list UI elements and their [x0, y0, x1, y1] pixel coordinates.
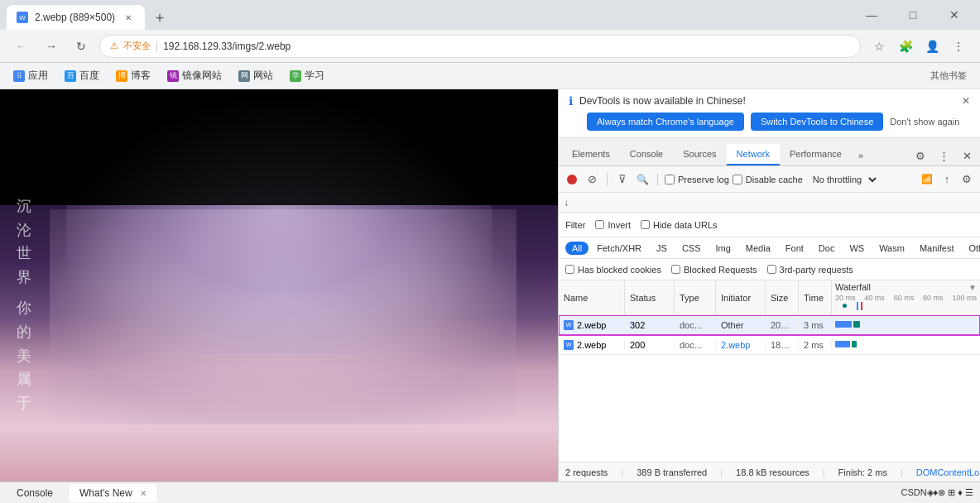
- tab-sources[interactable]: Sources: [673, 144, 726, 165]
- has-blocked-label[interactable]: Has blocked cookies: [565, 265, 661, 275]
- blocked-req-label[interactable]: Blocked Requests: [671, 265, 757, 275]
- invert-checkbox-label[interactable]: Invert: [595, 220, 631, 230]
- other-bookmarks[interactable]: 其他书签: [924, 65, 973, 88]
- type-manifest[interactable]: Manifest: [913, 242, 961, 255]
- cell-name-1: W 2.webp: [559, 320, 625, 330]
- active-tab[interactable]: W 2.webp (889×500) ✕: [7, 5, 145, 30]
- type-doc[interactable]: Doc: [812, 242, 842, 255]
- type-js[interactable]: JS: [650, 242, 674, 255]
- close-devtools-button[interactable]: ✕: [957, 146, 977, 165]
- preserve-log-label[interactable]: Preserve log: [665, 175, 729, 184]
- forward-button[interactable]: →: [40, 35, 63, 58]
- record-icon[interactable]: [564, 171, 580, 188]
- bookmark-button[interactable]: ☆: [867, 35, 891, 58]
- new-tab-button[interactable]: +: [148, 7, 171, 30]
- type-wasm[interactable]: Wasm: [872, 242, 911, 255]
- more-options-icon[interactable]: ⋮: [934, 146, 954, 165]
- type-img[interactable]: Img: [709, 242, 737, 255]
- cell-waterfall-1: [832, 315, 980, 335]
- third-party-label[interactable]: 3rd-party requests: [767, 265, 853, 275]
- close-whatsnew-button[interactable]: ✕: [140, 489, 147, 498]
- bookmark-study[interactable]: 学 学习: [283, 65, 331, 86]
- blocked-req-checkbox[interactable]: [671, 265, 680, 274]
- svg-point-0: [567, 175, 577, 184]
- settings-icon[interactable]: ⚙: [910, 146, 930, 165]
- invert-checkbox[interactable]: [595, 220, 604, 229]
- close-button[interactable]: ✕: [935, 2, 973, 27]
- table-row[interactable]: W 2.webp 302 doc... Other 208... 3 ms: [559, 315, 980, 335]
- profile-button[interactable]: 👤: [920, 35, 944, 58]
- devtools-panel: ℹ DevTools is now available in Chinese! …: [558, 89, 980, 481]
- hide-data-urls-checkbox[interactable]: [641, 220, 650, 229]
- bookmark-label: 网站: [253, 69, 273, 83]
- system-tray: CSDN◈♦⊗ ⊞ ♦ ☰: [901, 487, 973, 498]
- notification-text: DevTools is now available in Chinese!: [579, 95, 955, 107]
- disable-cache-checkbox[interactable]: [733, 175, 742, 184]
- tab-network[interactable]: Network: [727, 144, 780, 165]
- bottom-tab-console[interactable]: Console: [7, 484, 63, 502]
- bookmark-blog[interactable]: 博 博客: [109, 65, 157, 86]
- tab-console[interactable]: Console: [620, 144, 673, 165]
- col-header-status[interactable]: Status: [625, 280, 675, 314]
- bookmark-website[interactable]: 网 网站: [232, 65, 280, 86]
- preserve-log-checkbox[interactable]: [665, 175, 675, 184]
- waterfall-label: Waterfall: [835, 282, 871, 292]
- menu-button[interactable]: ⋮: [947, 35, 970, 58]
- cell-initiator-2: 2.webp: [716, 340, 766, 350]
- col-header-size[interactable]: Size: [766, 280, 799, 314]
- col-header-time[interactable]: Time: [799, 280, 832, 314]
- third-party-text: 3rd-party requests: [780, 265, 853, 275]
- reload-button[interactable]: ↻: [70, 35, 93, 58]
- more-tabs-button[interactable]: »: [852, 146, 870, 165]
- search-icon[interactable]: 🔍: [634, 171, 651, 188]
- tab-elements[interactable]: Elements: [562, 144, 620, 165]
- hide-data-urls-label[interactable]: Hide data URLs: [641, 220, 718, 230]
- export-icon[interactable]: ↑: [939, 171, 955, 188]
- switch-language-button[interactable]: Switch DevTools to Chinese: [751, 113, 883, 131]
- disable-cache-label[interactable]: Disable cache: [733, 175, 803, 184]
- bookmark-baidu[interactable]: 百 百度: [58, 65, 106, 86]
- devtools-status: 2 requests | 389 B transferred | 18.8 kB…: [559, 462, 980, 481]
- settings2-icon[interactable]: ⚙: [958, 171, 975, 188]
- filter-icon[interactable]: ⊽: [614, 171, 631, 188]
- type-font[interactable]: Font: [779, 242, 810, 255]
- throttle-select[interactable]: No throttling Slow 3G Fast 3G: [806, 174, 879, 185]
- table-row[interactable]: W 2.webp 200 doc... 2.webp 181... 2 ms: [559, 335, 980, 355]
- text-overlay: 沉沦 世界 你的美 属于: [17, 194, 31, 415]
- type-fetch-xhr[interactable]: Fetch/XHR: [590, 242, 648, 255]
- bottom-tab-whatsnew[interactable]: What's New ✕: [70, 484, 156, 502]
- bookmark-mirror[interactable]: 镜 镜像网站: [161, 65, 228, 86]
- type-media[interactable]: Media: [739, 242, 777, 255]
- sort-icon: ▼: [968, 283, 977, 292]
- wifi-icon[interactable]: 📶: [919, 171, 935, 188]
- close-notification-button[interactable]: ✕: [962, 95, 970, 107]
- bookmark-label: 应用: [28, 69, 48, 83]
- dont-show-button[interactable]: Don't show again: [890, 117, 959, 127]
- type-other[interactable]: Other: [962, 242, 980, 255]
- match-language-button[interactable]: Always match Chrome's language: [587, 113, 744, 131]
- back-button[interactable]: ←: [10, 35, 33, 58]
- tab-close-button[interactable]: ✕: [122, 11, 135, 24]
- file-icon-2: W: [564, 340, 574, 350]
- maximize-button[interactable]: □: [894, 2, 932, 27]
- address-input[interactable]: ⚠ 不安全 | 192.168.129.33/imgs/2.webp: [99, 35, 861, 58]
- col-header-name[interactable]: Name: [559, 280, 625, 314]
- minimize-button[interactable]: —: [853, 2, 891, 27]
- has-blocked-checkbox[interactable]: [565, 265, 574, 274]
- type-css[interactable]: CSS: [675, 242, 708, 255]
- type-all[interactable]: All: [565, 242, 588, 255]
- overlay-line3: 你的美: [17, 296, 31, 367]
- col-header-type[interactable]: Type: [675, 280, 716, 314]
- bookmark-apps[interactable]: ⠿ 应用: [7, 65, 55, 86]
- tab-performance[interactable]: Performance: [780, 144, 852, 165]
- download-icon[interactable]: ↓: [564, 197, 569, 208]
- type-ws[interactable]: WS: [843, 242, 871, 255]
- col-header-waterfall[interactable]: Waterfall ▼ 20 ms 40 ms 60 ms 80 ms 100 …: [832, 280, 980, 314]
- third-party-checkbox[interactable]: [767, 265, 776, 274]
- col-header-initiator[interactable]: Initiator: [716, 280, 766, 314]
- stop-icon[interactable]: ⊘: [584, 171, 600, 188]
- network-table: W 2.webp 302 doc... Other 208... 3 ms: [559, 315, 980, 462]
- extensions-button[interactable]: 🧩: [894, 35, 917, 58]
- cell-size-2: 181...: [766, 340, 799, 350]
- overlay-line1: 沉沦: [17, 194, 31, 242]
